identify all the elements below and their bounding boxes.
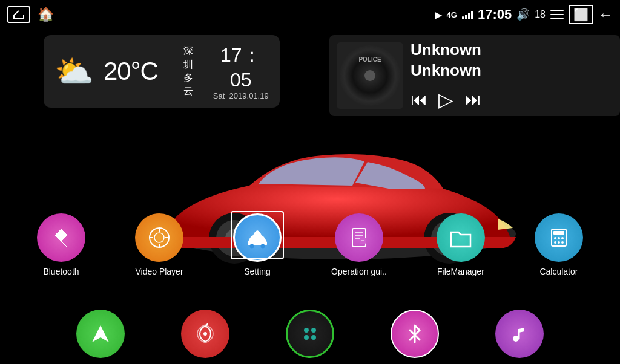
app-item-bluetooth2[interactable]: [391, 310, 439, 358]
status-bar: 🏠 ▶ 4G 17:05 🔊 18 ⬜ ←: [0, 0, 620, 29]
app-icon-file-manager: [437, 213, 485, 262]
svg-point-29: [554, 241, 556, 244]
svg-point-36: [311, 328, 316, 333]
next-button[interactable]: ⏭: [464, 89, 481, 109]
app-item-navigation[interactable]: [76, 310, 125, 358]
app-icon-bluetooth: [37, 213, 85, 262]
app-item-operation-guide[interactable]: Operation gui..: [331, 213, 387, 276]
screen-icon[interactable]: ⬜: [569, 5, 593, 24]
svg-point-38: [311, 335, 316, 340]
weather-location: 深圳 多云: [180, 44, 197, 99]
app-item-setting[interactable]: Setting: [233, 213, 282, 276]
weather-clock: 17：05: [213, 42, 269, 91]
weather-temp: 20°C: [104, 57, 158, 86]
svg-point-27: [558, 237, 560, 239]
app-label-operation-guide: Operation gui..: [331, 267, 387, 276]
music-title-line2: Unknown: [411, 60, 613, 81]
svg-point-37: [304, 335, 309, 340]
app-item-video-player[interactable]: Video Player: [135, 213, 183, 276]
app-row-1: BluetoothVideo PlayerSettingOperation gu…: [0, 213, 620, 276]
svg-point-28: [561, 237, 564, 239]
svg-point-30: [558, 241, 560, 244]
svg-point-33: [203, 332, 207, 336]
app-icon-operation-guide: [335, 213, 383, 262]
music-title-line1: Unknown: [411, 40, 613, 60]
app-label-calculator: Calculator: [539, 267, 578, 276]
weather-time-block: 17：05 Sat 2019.01.19: [213, 42, 269, 100]
play-button[interactable]: ▷: [438, 88, 453, 111]
status-right: ▶ 4G 17:05 🔊 18 ⬜ ←: [435, 5, 613, 24]
app-item-file-manager[interactable]: FileManager: [437, 213, 485, 276]
svg-point-10: [154, 233, 164, 242]
app-icon-radio: [181, 310, 229, 358]
home-filled-icon[interactable]: 🏠: [38, 7, 54, 22]
album-vinyl: POLICE: [340, 45, 400, 106]
back-button[interactable]: ←: [598, 6, 613, 23]
app-item-radio[interactable]: [181, 310, 229, 358]
app-icon-setting: [233, 213, 282, 262]
volume-level: 18: [535, 9, 546, 20]
menu-icon[interactable]: [550, 10, 564, 19]
svg-point-26: [554, 237, 556, 239]
album-art: POLICE: [337, 42, 403, 109]
svg-rect-25: [553, 231, 564, 235]
music-info: Unknown Unknown ⏮ ▷ ⏭: [411, 40, 613, 111]
app-icon-all-apps: [286, 310, 334, 358]
svg-point-31: [561, 241, 564, 244]
prev-button[interactable]: ⏮: [411, 89, 427, 109]
app-label-video-player: Video Player: [135, 267, 183, 276]
app-item-music[interactable]: [495, 310, 544, 358]
app-icon-navigation: [76, 310, 125, 358]
weather-date: Sat 2019.01.19: [213, 91, 269, 100]
music-widget: POLICE Unknown Unknown ⏮ ▷ ⏭: [329, 35, 620, 116]
home-icon[interactable]: [7, 6, 30, 23]
app-label-file-manager: FileManager: [437, 267, 484, 276]
svg-marker-32: [92, 325, 109, 342]
app-item-calculator[interactable]: Calculator: [535, 213, 583, 276]
app-row-2: [0, 310, 620, 358]
music-controls: ⏮ ▷ ⏭: [411, 88, 613, 111]
signal-icon: [462, 10, 473, 19]
location-arrow-icon: ▶: [435, 9, 442, 21]
status-left: 🏠: [7, 6, 54, 23]
app-item-bluetooth[interactable]: Bluetooth: [37, 213, 85, 276]
app-label-setting: Setting: [244, 267, 271, 276]
app-icon-bluetooth2: [391, 310, 439, 358]
weather-widget: ⛅ 20°C 深圳 多云 17：05 Sat 2019.01.19: [44, 35, 280, 108]
svg-point-17: [261, 244, 265, 249]
app-icon-music: [495, 310, 544, 358]
app-icon-video-player: [135, 213, 183, 262]
network-badge: 4G: [447, 10, 457, 19]
volume-icon: 🔊: [516, 8, 530, 21]
app-label-bluetooth: Bluetooth: [43, 267, 79, 276]
app-item-all-apps[interactable]: [286, 310, 334, 358]
weather-icon: ⛅: [54, 53, 94, 90]
app-icon-calculator: [535, 213, 583, 262]
svg-point-16: [250, 244, 254, 249]
svg-point-35: [304, 328, 309, 333]
status-time: 17:05: [478, 7, 512, 22]
